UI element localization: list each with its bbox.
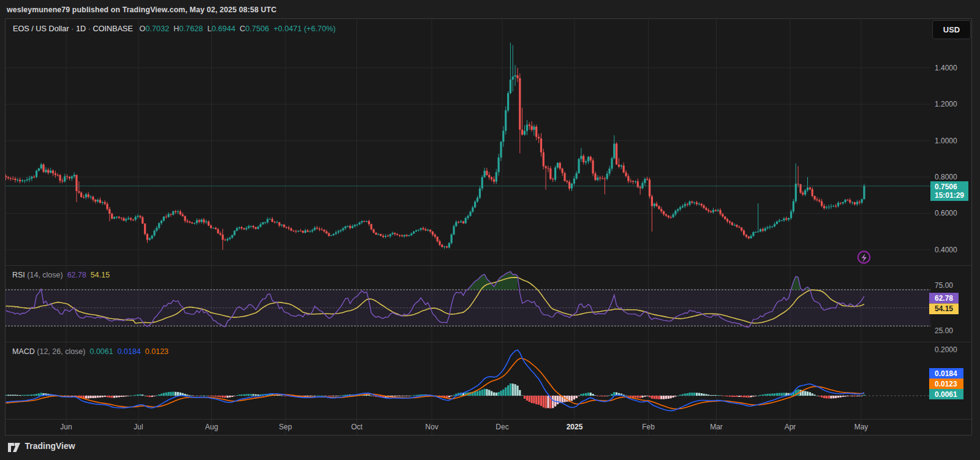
svg-text:0.0184: 0.0184 <box>935 369 957 378</box>
svg-text:0.0123: 0.0123 <box>935 380 957 388</box>
svg-text:25.00: 25.00 <box>935 326 953 335</box>
svg-text:15:01:29: 15:01:29 <box>935 191 964 200</box>
svg-text:75.00: 75.00 <box>935 281 953 290</box>
svg-text:Oct: Oct <box>351 423 363 431</box>
svg-text:Jun: Jun <box>60 423 72 431</box>
svg-text:Mar: Mar <box>710 423 723 431</box>
svg-text:1.4000: 1.4000 <box>935 64 957 72</box>
svg-text:Apr: Apr <box>785 423 796 431</box>
svg-text:Feb: Feb <box>642 423 655 431</box>
svg-text:0.6000: 0.6000 <box>935 209 957 217</box>
svg-text:0.7506: 0.7506 <box>935 183 957 191</box>
svg-text:0.0061: 0.0061 <box>935 390 957 399</box>
svg-text:0.4000: 0.4000 <box>935 246 957 254</box>
svg-text:54.15: 54.15 <box>935 304 953 313</box>
svg-text:Aug: Aug <box>205 423 218 431</box>
svg-text:Jul: Jul <box>134 423 143 431</box>
svg-text:Nov: Nov <box>425 423 438 431</box>
svg-text:1.2000: 1.2000 <box>935 100 957 108</box>
svg-text:2025: 2025 <box>567 423 583 431</box>
svg-text:62.78: 62.78 <box>935 294 953 303</box>
svg-text:0.8000: 0.8000 <box>935 173 957 181</box>
svg-text:May: May <box>854 423 869 431</box>
svg-text:Sep: Sep <box>279 423 292 431</box>
svg-text:1.0000: 1.0000 <box>935 137 957 145</box>
svg-text:0.2000: 0.2000 <box>935 345 957 354</box>
svg-text:Dec: Dec <box>496 423 508 431</box>
